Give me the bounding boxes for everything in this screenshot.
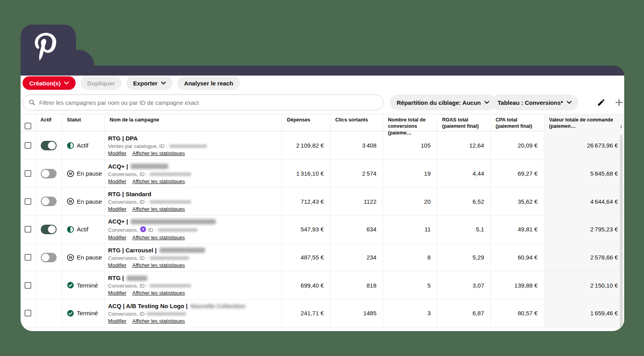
metric-valeur-commande: 5 845,68 € — [544, 160, 624, 187]
analyze-reach-button[interactable]: Analyser le reach — [177, 76, 240, 90]
export-button[interactable]: Exporter — [126, 76, 173, 90]
row-select-cell — [21, 299, 36, 327]
view-stats-link[interactable]: Afficher les statistiques — [132, 262, 185, 268]
sort-descending-icon[interactable]: ↓ — [620, 122, 623, 130]
campaign-links: ModifierAfficher les statistiques — [108, 235, 185, 240]
redacted-name — [127, 276, 147, 281]
view-stats-link[interactable]: Afficher les statistiques — [132, 235, 185, 240]
redacted-id — [150, 284, 191, 288]
status-label: Terminé — [77, 310, 98, 316]
edit-columns-button[interactable] — [594, 95, 608, 110]
redacted-id — [158, 228, 198, 232]
modify-link[interactable]: Modifier — [108, 262, 126, 268]
metric-clics-sortants: 1122 — [331, 187, 383, 215]
row-select-cell — [21, 160, 36, 187]
campaign-name-text: RTG | — [108, 275, 124, 282]
table-row: En pauseRTG | Carrousel |Conversions, ID… — [21, 244, 624, 272]
table-view-dropdown[interactable]: Tableau : Conversions* — [491, 95, 578, 110]
modify-link[interactable]: Modifier — [108, 150, 126, 156]
view-stats-link[interactable]: Afficher les statistiques — [132, 318, 185, 324]
campaign-name[interactable]: ACQ+ | — [108, 163, 168, 170]
column-header-label: Actif — [40, 117, 51, 123]
active-toggle-cell — [36, 216, 62, 243]
creations-button[interactable]: Création(s) — [23, 76, 76, 90]
pinterest-logo-tab[interactable] — [21, 25, 76, 66]
active-toggle-cell — [36, 160, 62, 187]
campaign-cell: ACQ+ |Conversions,ID :ModifierAfficher l… — [105, 216, 282, 243]
view-stats-link[interactable]: Afficher les statistiques — [132, 206, 185, 212]
metric-cpa-total: 35,62 € — [491, 187, 544, 215]
row-checkbox[interactable] — [25, 282, 31, 289]
metric-value: 5,1 — [476, 226, 484, 233]
metric-value: 20 — [424, 198, 431, 205]
status-active-icon — [67, 142, 74, 149]
toggle-knob — [48, 225, 56, 233]
modify-link[interactable]: Modifier — [108, 235, 126, 240]
vertical-scrollbar[interactable] — [620, 135, 623, 328]
row-checkbox[interactable] — [25, 170, 31, 177]
modify-link[interactable]: Modifier — [108, 178, 126, 184]
status-paused-icon — [67, 254, 74, 261]
active-toggle[interactable] — [41, 141, 57, 150]
duplicate-button[interactable]: Dupliquer — [80, 76, 122, 90]
view-stats-link[interactable]: Afficher les statistiques — [132, 290, 185, 296]
row-checkbox[interactable] — [25, 310, 31, 316]
redacted-name-text: Nouvelle Collection — [190, 303, 245, 310]
status-label: Actif — [77, 142, 88, 149]
metric-roas-total: 5,1 — [437, 216, 491, 243]
metric-valeur-commande: 2 150,10 € — [544, 271, 624, 299]
active-toggle[interactable] — [41, 169, 57, 178]
metric-depenses: 712,43 € — [282, 187, 331, 215]
pinterest-logo-icon — [35, 32, 56, 61]
metric-value: 12,64 — [469, 142, 484, 149]
active-toggle[interactable] — [41, 225, 57, 234]
row-checkbox[interactable] — [25, 198, 31, 205]
toggle-knob — [42, 197, 49, 205]
active-toggle[interactable] — [41, 253, 57, 262]
view-stats-link[interactable]: Afficher les statistiques — [132, 178, 185, 184]
toggle-knob — [42, 170, 49, 178]
id-label: ID : — [148, 227, 156, 233]
view-stats-link[interactable]: Afficher les statistiques — [132, 150, 185, 156]
add-button[interactable] — [613, 95, 624, 110]
campaign-subtitle: Conversions, ID — [108, 311, 186, 317]
row-checkbox[interactable] — [25, 226, 31, 233]
status-paused-icon — [67, 170, 74, 177]
badge-wrap — [140, 226, 146, 233]
column-header-label: Statut — [67, 117, 81, 123]
modify-link[interactable]: Modifier — [108, 318, 126, 324]
campaign-cell: RTG | StandardConversions, ID :ModifierA… — [105, 187, 282, 215]
campaign-name-text: RTG | DPA — [108, 135, 138, 142]
row-checkbox[interactable] — [25, 254, 31, 261]
campaign-name[interactable]: RTG | — [108, 275, 147, 282]
targeting-breakdown-label: Répartition du ciblage: Aucun — [397, 99, 481, 106]
select-all-checkbox[interactable] — [25, 123, 31, 129]
campaign-name[interactable]: ACQ | A/B Testing No Logo |Nouvelle Coll… — [108, 303, 245, 310]
metric-value: 6,87 — [473, 310, 484, 316]
campaign-search — [23, 95, 384, 110]
metric-conversions-total: 3 — [383, 299, 437, 327]
active-toggle[interactable] — [41, 197, 57, 206]
campaign-links: ModifierAfficher les statistiques — [108, 318, 185, 324]
status-active-icon — [67, 226, 74, 233]
campaign-name[interactable]: RTG | Standard — [108, 191, 151, 198]
campaign-name[interactable]: RTG | Carrousel | — [108, 247, 205, 254]
column-header-label: Dépenses — [287, 117, 310, 123]
targeting-breakdown-dropdown[interactable]: Répartition du ciblage: Aucun — [390, 95, 496, 110]
metric-value: 4,44 — [473, 170, 484, 177]
modify-link[interactable]: Modifier — [108, 206, 126, 212]
metric-clics-sortants: 1485 — [331, 299, 383, 327]
objective-and-id-label: Conversions, ID : — [108, 171, 148, 177]
campaign-name[interactable]: ACQ+ | — [108, 218, 216, 225]
metric-conversions-total: 8 — [383, 244, 437, 271]
modify-link[interactable]: Modifier — [108, 290, 126, 296]
metric-value: 3 408 — [362, 142, 376, 149]
actions-toolbar: Création(s) Dupliquer Exporter Analyser … — [23, 76, 240, 90]
metric-value: 19 — [424, 170, 431, 177]
metric-value: 6,52 — [473, 198, 484, 205]
row-checkbox[interactable] — [25, 142, 31, 149]
search-input[interactable] — [39, 99, 378, 106]
campaign-name-text: ACQ+ | — [108, 218, 128, 225]
metric-value: 699,40 € — [301, 282, 324, 289]
campaign-name[interactable]: RTG | DPA — [108, 135, 138, 142]
